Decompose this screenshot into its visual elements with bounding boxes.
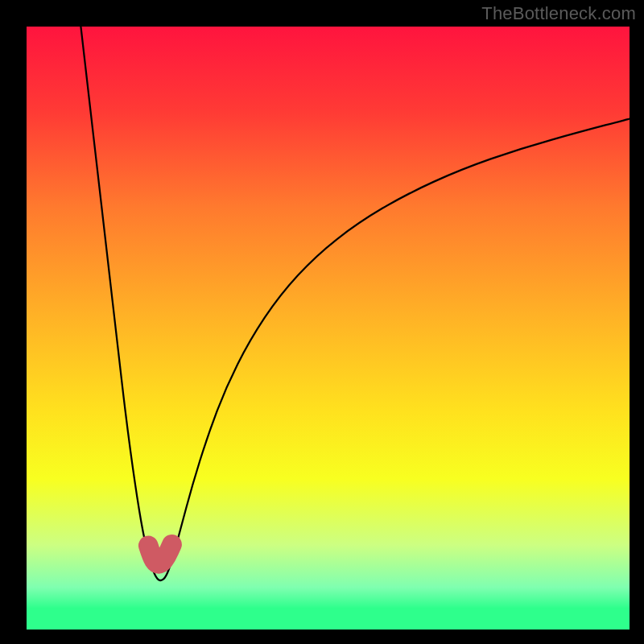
gradient-background <box>27 27 630 630</box>
chart-svg <box>27 27 630 630</box>
chart-frame: TheBottleneck.com <box>0 0 644 644</box>
chart-plot-area <box>27 27 630 630</box>
green-band <box>27 609 630 630</box>
watermark-text: TheBottleneck.com <box>481 3 636 24</box>
highlight-marker <box>148 544 171 564</box>
